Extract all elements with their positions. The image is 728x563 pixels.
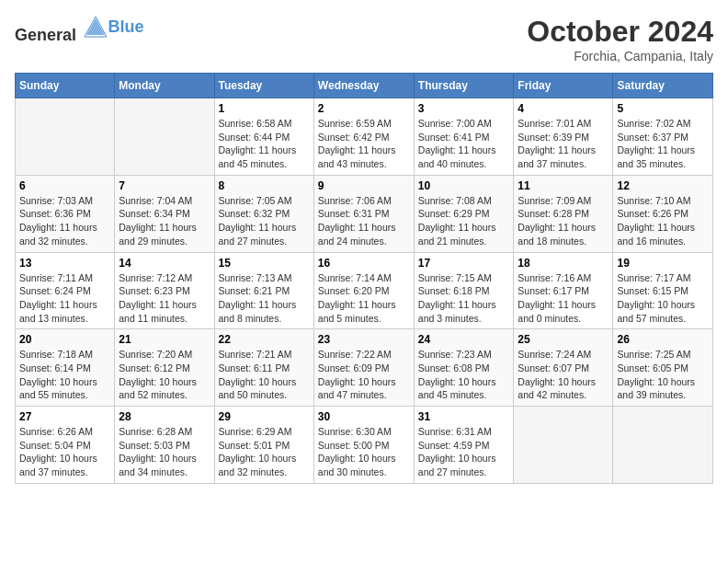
svg-marker-0	[86, 18, 105, 35]
day-number: 10	[418, 179, 510, 192]
day-detail: Sunrise: 7:09 AM Sunset: 6:28 PM Dayligh…	[518, 194, 609, 248]
day-number: 24	[418, 333, 510, 346]
header-day: Friday	[514, 74, 613, 98]
month-title: October 2024	[527, 15, 713, 49]
header-day: Sunday	[16, 74, 115, 98]
title-area: October 2024 Forchia, Campania, Italy	[527, 15, 713, 63]
day-number: 28	[119, 410, 210, 423]
calendar-cell: 21Sunrise: 7:20 AM Sunset: 6:12 PM Dayli…	[115, 329, 214, 407]
day-detail: Sunrise: 7:25 AM Sunset: 6:05 PM Dayligh…	[617, 348, 709, 402]
day-detail: Sunrise: 7:10 AM Sunset: 6:26 PM Dayligh…	[617, 194, 709, 248]
day-number: 8	[219, 179, 310, 192]
calendar-cell: 19Sunrise: 7:17 AM Sunset: 6:15 PM Dayli…	[613, 252, 713, 329]
day-detail: Sunrise: 6:58 AM Sunset: 6:44 PM Dayligh…	[219, 117, 310, 171]
day-detail: Sunrise: 6:29 AM Sunset: 5:01 PM Dayligh…	[219, 425, 310, 479]
day-number: 22	[219, 333, 310, 346]
calendar-cell: 22Sunrise: 7:21 AM Sunset: 6:11 PM Dayli…	[214, 329, 313, 407]
day-detail: Sunrise: 7:15 AM Sunset: 6:18 PM Dayligh…	[418, 271, 510, 326]
day-number: 9	[318, 179, 410, 192]
calendar-cell: 25Sunrise: 7:24 AM Sunset: 6:07 PM Dayli…	[514, 329, 613, 407]
day-number: 5	[617, 102, 709, 115]
day-number: 2	[318, 102, 410, 115]
day-detail: Sunrise: 7:05 AM Sunset: 6:32 PM Dayligh…	[219, 194, 310, 248]
day-detail: Sunrise: 7:22 AM Sunset: 6:09 PM Dayligh…	[318, 348, 410, 402]
header-day: Saturday	[613, 74, 713, 98]
calendar-cell: 1Sunrise: 6:58 AM Sunset: 6:44 PM Daylig…	[214, 98, 313, 176]
day-number: 30	[318, 410, 410, 423]
day-number: 31	[418, 410, 510, 423]
day-detail: Sunrise: 7:11 AM Sunset: 6:24 PM Dayligh…	[19, 271, 110, 326]
calendar-cell: 24Sunrise: 7:23 AM Sunset: 6:08 PM Dayli…	[414, 329, 514, 407]
day-detail: Sunrise: 6:26 AM Sunset: 5:04 PM Dayligh…	[19, 425, 110, 479]
day-number: 11	[518, 179, 609, 192]
day-number: 7	[119, 179, 210, 192]
calendar-cell: 3Sunrise: 7:00 AM Sunset: 6:41 PM Daylig…	[414, 98, 514, 176]
calendar-cell: 30Sunrise: 6:30 AM Sunset: 5:00 PM Dayli…	[313, 407, 414, 484]
day-detail: Sunrise: 7:17 AM Sunset: 6:15 PM Dayligh…	[617, 271, 709, 326]
day-number: 17	[418, 257, 510, 270]
calendar-week-row: 13Sunrise: 7:11 AM Sunset: 6:24 PM Dayli…	[16, 252, 713, 329]
calendar-cell: 5Sunrise: 7:02 AM Sunset: 6:37 PM Daylig…	[613, 98, 713, 176]
day-detail: Sunrise: 6:28 AM Sunset: 5:03 PM Dayligh…	[119, 425, 210, 479]
day-detail: Sunrise: 7:16 AM Sunset: 6:17 PM Dayligh…	[518, 271, 609, 326]
day-detail: Sunrise: 7:04 AM Sunset: 6:34 PM Dayligh…	[119, 194, 210, 248]
header-day: Tuesday	[214, 74, 313, 98]
subtitle: Forchia, Campania, Italy	[527, 49, 713, 63]
day-number: 13	[19, 257, 110, 270]
calendar-cell: 9Sunrise: 7:06 AM Sunset: 6:31 PM Daylig…	[313, 175, 414, 252]
day-number: 20	[19, 333, 110, 346]
day-detail: Sunrise: 7:06 AM Sunset: 6:31 PM Dayligh…	[318, 194, 410, 248]
logo-blue: Blue	[108, 17, 144, 36]
calendar-cell	[514, 407, 613, 484]
header-day: Wednesday	[313, 74, 414, 98]
calendar-cell: 12Sunrise: 7:10 AM Sunset: 6:26 PM Dayli…	[613, 175, 713, 252]
day-detail: Sunrise: 6:30 AM Sunset: 5:00 PM Dayligh…	[318, 425, 410, 479]
day-number: 4	[518, 102, 609, 115]
day-detail: Sunrise: 6:31 AM Sunset: 4:59 PM Dayligh…	[418, 425, 510, 479]
day-detail: Sunrise: 7:00 AM Sunset: 6:41 PM Dayligh…	[418, 117, 510, 171]
calendar-cell	[115, 98, 214, 176]
day-number: 3	[418, 102, 510, 115]
day-detail: Sunrise: 7:03 AM Sunset: 6:36 PM Dayligh…	[19, 194, 110, 248]
day-detail: Sunrise: 7:20 AM Sunset: 6:12 PM Dayligh…	[119, 348, 210, 402]
calendar-cell	[16, 98, 115, 176]
calendar-cell: 26Sunrise: 7:25 AM Sunset: 6:05 PM Dayli…	[613, 329, 713, 407]
day-detail: Sunrise: 7:21 AM Sunset: 6:11 PM Dayligh…	[219, 348, 310, 402]
calendar-cell: 8Sunrise: 7:05 AM Sunset: 6:32 PM Daylig…	[214, 175, 313, 252]
day-number: 18	[518, 257, 609, 270]
calendar-week-row: 1Sunrise: 6:58 AM Sunset: 6:44 PM Daylig…	[16, 98, 713, 176]
header-row: SundayMondayTuesdayWednesdayThursdayFrid…	[16, 74, 713, 98]
calendar-cell: 13Sunrise: 7:11 AM Sunset: 6:24 PM Dayli…	[16, 252, 115, 329]
page-header: General Blue October 2024 Forchia, Campa…	[15, 15, 713, 63]
calendar-cell: 28Sunrise: 6:28 AM Sunset: 5:03 PM Dayli…	[115, 407, 214, 484]
day-number: 27	[19, 410, 110, 423]
day-detail: Sunrise: 7:13 AM Sunset: 6:21 PM Dayligh…	[219, 271, 310, 326]
calendar-cell: 16Sunrise: 7:14 AM Sunset: 6:20 PM Dayli…	[313, 252, 414, 329]
logo-icon	[83, 15, 108, 40]
day-number: 15	[219, 257, 310, 270]
calendar-cell: 15Sunrise: 7:13 AM Sunset: 6:21 PM Dayli…	[214, 252, 313, 329]
day-detail: Sunrise: 7:24 AM Sunset: 6:07 PM Dayligh…	[518, 348, 609, 402]
calendar-cell: 17Sunrise: 7:15 AM Sunset: 6:18 PM Dayli…	[414, 252, 514, 329]
calendar-cell: 6Sunrise: 7:03 AM Sunset: 6:36 PM Daylig…	[16, 175, 115, 252]
day-detail: Sunrise: 7:02 AM Sunset: 6:37 PM Dayligh…	[617, 117, 709, 171]
day-number: 29	[219, 410, 310, 423]
calendar-cell: 4Sunrise: 7:01 AM Sunset: 6:39 PM Daylig…	[514, 98, 613, 176]
calendar-cell: 14Sunrise: 7:12 AM Sunset: 6:23 PM Dayli…	[115, 252, 214, 329]
calendar-cell: 27Sunrise: 6:26 AM Sunset: 5:04 PM Dayli…	[16, 407, 115, 484]
calendar-table: SundayMondayTuesdayWednesdayThursdayFrid…	[15, 73, 713, 484]
logo: General Blue	[15, 15, 144, 45]
day-detail: Sunrise: 7:08 AM Sunset: 6:29 PM Dayligh…	[418, 194, 510, 248]
day-number: 21	[119, 333, 210, 346]
calendar-week-row: 20Sunrise: 7:18 AM Sunset: 6:14 PM Dayli…	[16, 329, 713, 407]
calendar-cell	[613, 407, 713, 484]
day-number: 23	[318, 333, 410, 346]
calendar-week-row: 27Sunrise: 6:26 AM Sunset: 5:04 PM Dayli…	[16, 407, 713, 484]
calendar-cell: 7Sunrise: 7:04 AM Sunset: 6:34 PM Daylig…	[115, 175, 214, 252]
calendar-cell: 31Sunrise: 6:31 AM Sunset: 4:59 PM Dayli…	[414, 407, 514, 484]
calendar-cell: 20Sunrise: 7:18 AM Sunset: 6:14 PM Dayli…	[16, 329, 115, 407]
day-detail: Sunrise: 7:18 AM Sunset: 6:14 PM Dayligh…	[19, 348, 110, 402]
calendar-cell: 2Sunrise: 6:59 AM Sunset: 6:42 PM Daylig…	[313, 98, 414, 176]
logo-general: General	[15, 26, 76, 44]
day-number: 6	[19, 179, 110, 192]
